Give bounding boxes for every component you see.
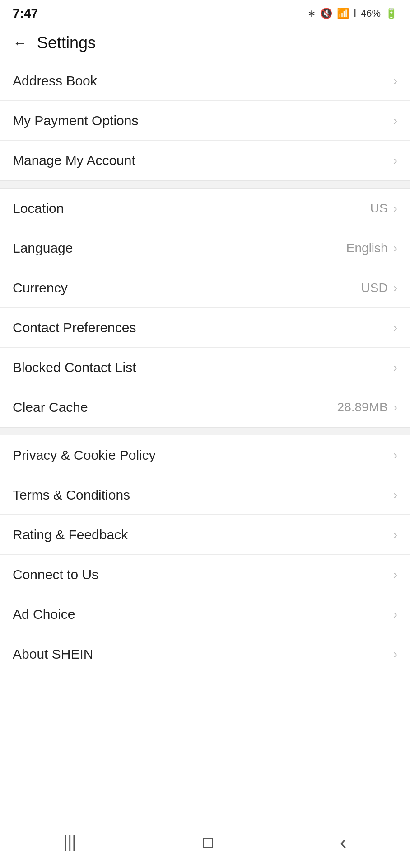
address-book-left: Address Book [13, 73, 97, 89]
language-label: Language [13, 241, 73, 256]
address-book-label: Address Book [13, 73, 97, 89]
signal-icon: Ⅰ [354, 8, 356, 19]
address-book-right: › [393, 74, 397, 88]
manage-my-account-right: › [393, 153, 397, 168]
battery-percent: 46% [361, 8, 381, 19]
ad-choice-label: Ad Choice [13, 607, 75, 622]
about-shein-item[interactable]: About SHEIN › [0, 634, 410, 674]
currency-chevron: › [393, 281, 397, 295]
bluetooth-icon: ∗ [308, 8, 316, 19]
clear-cache-value: 28.89MB [337, 400, 388, 415]
rating-feedback-chevron: › [393, 528, 397, 542]
clear-cache-label: Clear Cache [13, 400, 88, 415]
currency-item[interactable]: Currency USD › [0, 268, 410, 308]
currency-left: Currency [13, 280, 68, 296]
clear-cache-chevron: › [393, 400, 397, 415]
manage-my-account-left: Manage My Account [13, 153, 135, 168]
address-book-chevron: › [393, 74, 397, 88]
blocked-contact-list-right: › [393, 360, 397, 375]
terms-conditions-item[interactable]: Terms & Conditions › [0, 475, 410, 515]
wifi-icon: 📶 [337, 8, 349, 19]
language-left: Language [13, 241, 73, 256]
clear-cache-item[interactable]: Clear Cache 28.89MB › [0, 387, 410, 427]
blocked-contact-list-item[interactable]: Blocked Contact List › [0, 348, 410, 387]
ad-choice-chevron: › [393, 607, 397, 622]
connect-to-us-left: Connect to Us [13, 567, 98, 582]
privacy-cookie-policy-item[interactable]: Privacy & Cookie Policy › [0, 435, 410, 475]
about-shein-left: About SHEIN [13, 646, 93, 662]
contact-preferences-right: › [393, 321, 397, 335]
back-button[interactable]: ← [13, 35, 27, 52]
my-payment-options-left: My Payment Options [13, 113, 138, 128]
terms-conditions-chevron: › [393, 488, 397, 502]
clear-cache-left: Clear Cache [13, 400, 88, 415]
contact-preferences-label: Contact Preferences [13, 320, 136, 335]
section-divider-1 [0, 180, 410, 189]
currency-right: USD › [361, 281, 397, 295]
connect-to-us-chevron: › [393, 567, 397, 582]
terms-conditions-left: Terms & Conditions [13, 487, 130, 503]
battery-icon: 🔋 [385, 8, 397, 19]
blocked-contact-list-left: Blocked Contact List [13, 360, 136, 375]
ad-choice-left: Ad Choice [13, 607, 75, 622]
my-payment-options-item[interactable]: My Payment Options › [0, 101, 410, 141]
location-item[interactable]: Location US › [0, 189, 410, 228]
manage-my-account-item[interactable]: Manage My Account › [0, 141, 410, 180]
about-shein-right: › [393, 647, 397, 661]
contact-preferences-left: Contact Preferences [13, 320, 136, 335]
ad-choice-right: › [393, 607, 397, 622]
connect-to-us-right: › [393, 567, 397, 582]
language-right: English › [346, 241, 397, 255]
blocked-contact-list-chevron: › [393, 360, 397, 375]
nav-home-button[interactable]: □ [190, 828, 227, 856]
status-time: 7:47 [13, 6, 38, 21]
currency-value: USD [361, 281, 388, 295]
rating-feedback-left: Rating & Feedback [13, 527, 128, 542]
contact-preferences-chevron: › [393, 321, 397, 335]
connect-to-us-item[interactable]: Connect to Us › [0, 555, 410, 594]
location-label: Location [13, 201, 64, 216]
manage-my-account-label: Manage My Account [13, 153, 135, 168]
rating-feedback-item[interactable]: Rating & Feedback › [0, 515, 410, 555]
about-shein-chevron: › [393, 647, 397, 661]
address-book-item[interactable]: Address Book › [0, 61, 410, 101]
location-left: Location [13, 201, 64, 216]
clear-cache-right: 28.89MB › [337, 400, 397, 415]
location-right: US › [370, 201, 397, 216]
language-item[interactable]: Language English › [0, 228, 410, 268]
location-value: US [370, 201, 388, 216]
account-group: Address Book › My Payment Options › Mana… [0, 61, 410, 180]
language-chevron: › [393, 241, 397, 255]
location-chevron: › [393, 201, 397, 216]
blocked-contact-list-label: Blocked Contact List [13, 360, 136, 375]
ad-choice-item[interactable]: Ad Choice › [0, 594, 410, 634]
currency-label: Currency [13, 280, 68, 296]
nav-back-button[interactable]: ‹ [326, 826, 360, 858]
my-payment-options-label: My Payment Options [13, 113, 138, 128]
my-payment-options-right: › [393, 113, 397, 128]
page-title: Settings [37, 33, 96, 52]
rating-feedback-label: Rating & Feedback [13, 527, 128, 542]
nav-bar: ||| □ ‹ [0, 818, 410, 868]
language-value: English [346, 241, 388, 255]
contact-preferences-item[interactable]: Contact Preferences › [0, 308, 410, 348]
privacy-cookie-policy-left: Privacy & Cookie Policy [13, 448, 156, 463]
connect-to-us-label: Connect to Us [13, 567, 98, 582]
privacy-cookie-policy-chevron: › [393, 448, 397, 462]
header: ← Settings [0, 25, 410, 61]
manage-my-account-chevron: › [393, 153, 397, 168]
privacy-cookie-policy-right: › [393, 448, 397, 462]
rating-feedback-right: › [393, 528, 397, 542]
my-payment-options-chevron: › [393, 113, 397, 128]
status-bar: 7:47 ∗ 🔇 📶 Ⅰ 46% 🔋 [0, 0, 410, 25]
nav-menu-button[interactable]: ||| [50, 828, 90, 856]
privacy-cookie-policy-label: Privacy & Cookie Policy [13, 448, 156, 463]
about-shein-label: About SHEIN [13, 646, 93, 662]
info-group: Privacy & Cookie Policy › Terms & Condit… [0, 435, 410, 674]
status-icons: ∗ 🔇 📶 Ⅰ 46% 🔋 [308, 8, 397, 19]
mute-icon: 🔇 [320, 8, 332, 19]
preferences-group: Location US › Language English › Currenc… [0, 189, 410, 427]
terms-conditions-label: Terms & Conditions [13, 487, 130, 503]
terms-conditions-right: › [393, 488, 397, 502]
section-divider-2 [0, 427, 410, 435]
